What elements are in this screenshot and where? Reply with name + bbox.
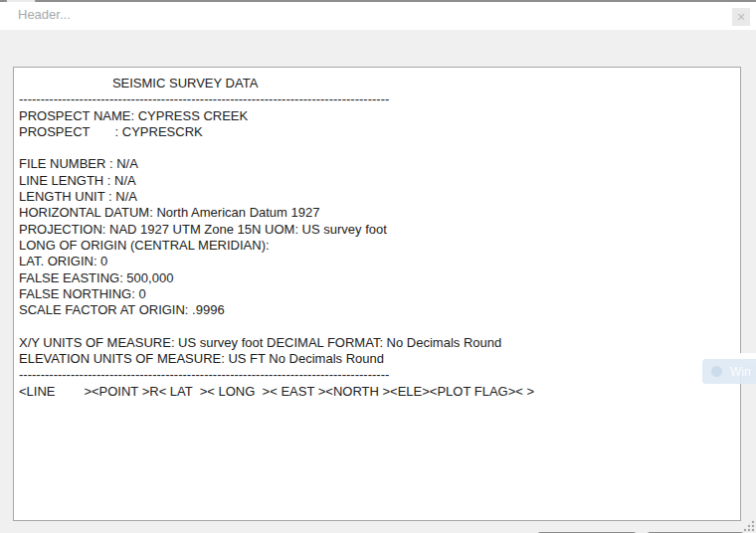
text-line: FALSE NORTHING: 0 — [19, 286, 735, 302]
text-line: ----------------------------------------… — [19, 367, 735, 383]
text-line: LINE LENGTH : N/A — [19, 173, 735, 189]
status-dot-icon — [711, 366, 722, 377]
text-line: ----------------------------------------… — [19, 91, 735, 107]
text-line: HORIZONTAL DATUM: North American Datum 1… — [19, 205, 735, 221]
header-textarea[interactable]: SEISMIC SURVEY DATA---------------------… — [13, 67, 741, 521]
header-dialog: Header... ✕ SEISMIC SURVEY DATA---------… — [0, 0, 756, 533]
text-line: PROSPECT NAME: CYPRESS CREEK — [19, 108, 735, 124]
notification-overlay[interactable]: Win — [702, 359, 756, 384]
text-line: PROJECTION: NAD 1927 UTM Zone 15N UOM: U… — [19, 222, 735, 238]
notification-text: Win — [730, 365, 751, 379]
close-icon[interactable]: ✕ — [732, 8, 750, 26]
text-line: ELEVATION UNITS OF MEASURE: US FT No Dec… — [19, 351, 735, 367]
text-line: LAT. ORIGIN: 0 — [19, 254, 735, 269]
text-line: LONG OF ORIGIN (CENTRAL MERIDIAN): — [19, 238, 735, 254]
text-line — [19, 140, 735, 156]
text-line: <LINE ><POINT >R< LAT >< LONG >< EAST ><… — [19, 384, 735, 400]
text-line: X/Y UNITS OF MEASURE: US survey foot DEC… — [19, 335, 735, 351]
text-line: SEISMIC SURVEY DATA — [19, 76, 735, 91]
text-line: LENGTH UNIT : N/A — [19, 189, 735, 205]
resize-grip-icon[interactable] — [741, 518, 755, 532]
text-line: FILE NUMBER : N/A — [19, 156, 735, 172]
dialog-body: SEISMIC SURVEY DATA---------------------… — [0, 30, 756, 533]
dialog-title: Header... — [18, 7, 71, 22]
dialog-titlebar: Header... ✕ — [0, 2, 756, 30]
text-line: SCALE FACTOR AT ORIGIN: .9996 — [19, 302, 735, 318]
text-line: PROSPECT : CYPRESCRK — [19, 124, 735, 140]
text-line — [19, 318, 735, 334]
text-line: FALSE EASTING: 500,000 — [19, 270, 735, 286]
